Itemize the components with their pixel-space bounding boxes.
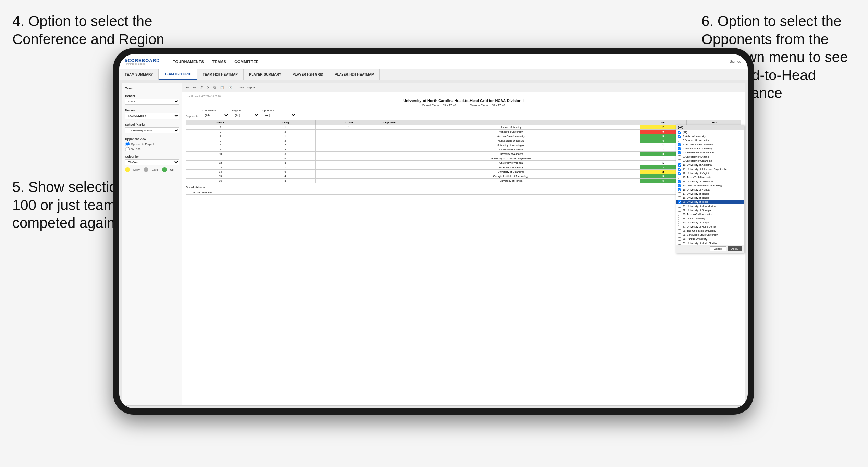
redo-button[interactable]: ↪ (192, 85, 197, 90)
gender-dropdown[interactable]: Men's (125, 99, 179, 105)
dropdown-item[interactable]: 12. University of Virginia (676, 171, 744, 175)
td-rank: 12 (186, 161, 255, 165)
report-content: Last Updated: 4/7/2024 16:55:28 Universi… (182, 92, 745, 405)
colour-dropdown[interactable]: Win/loss (125, 159, 179, 165)
dropdown-item[interactable]: 16. University of Florida (676, 187, 744, 192)
td-conf (316, 152, 382, 156)
report-area: ↩ ↪ ↺ ⟳ ⧉ 📋 🕐 View: Original Last Update… (182, 83, 745, 405)
cancel-button[interactable]: Cancel (710, 246, 726, 251)
radio-opponents-played-label: Opponents Played (131, 143, 154, 146)
subnav-player-h2h-grid[interactable]: PLAYER H2H GRID (287, 69, 329, 80)
dropdown-item[interactable]: (All) (676, 130, 744, 134)
td-conf (316, 130, 382, 134)
th-opponent: Opponent (382, 120, 640, 125)
legend-down-dot (125, 167, 130, 172)
table-row: 15 4 Georgia Institute of Technology 5 0 (186, 174, 741, 179)
colour-label: Colour by (125, 155, 179, 158)
dropdown-item[interactable]: 2. Auburn University (676, 134, 744, 138)
dropdown-item[interactable]: 27. University of Notre Dame (676, 224, 744, 229)
td-opponent: Georgia Institute of Technology (382, 174, 640, 179)
dropdown-item[interactable]: 23. Texas A&M University (676, 212, 744, 216)
subnav-player-h2h-heatmap[interactable]: PLAYER H2H HEATMAP (329, 69, 380, 80)
dropdown-item[interactable]: 21. University of New Mexico (676, 204, 744, 208)
dropdown-item[interactable]: 28. The Ohio State University (676, 229, 744, 233)
paste-button[interactable]: 📋 (219, 85, 225, 90)
overall-record-label: Overall Record: (422, 103, 442, 107)
nav-committee[interactable]: COMMITTEE (234, 59, 259, 64)
table-row: 8 2 University of Washington 1 0 (186, 143, 741, 147)
division-section: Division NCAA Division I (125, 109, 179, 119)
region-filter-dropdown[interactable]: (All) (232, 113, 259, 118)
reset-button[interactable]: ↺ (199, 85, 204, 90)
opponent-filter-dropdown[interactable]: (All) (262, 113, 296, 118)
td-reg: 2 (255, 138, 316, 143)
opponent-view-label: Opponent View (125, 137, 179, 141)
dropdown-item[interactable]: 13. Texas Tech University (676, 175, 744, 179)
school-dropdown[interactable]: 1. University of Nort... (125, 127, 179, 133)
dropdown-item[interactable]: 11. University of Arkansas, Fayetteville (676, 167, 744, 171)
copy-button[interactable]: ⧉ (212, 85, 217, 90)
nav-tournaments[interactable]: TOURNAMENTS (173, 59, 204, 64)
th-conf: # Conf (316, 120, 382, 125)
td-opponent: Vanderbilt University (382, 130, 640, 134)
subnav-player-summary[interactable]: PLAYER SUMMARY (244, 69, 287, 80)
td-conf (316, 134, 382, 138)
dropdown-item[interactable]: 25. University of Oregon (676, 220, 744, 224)
dropdown-item[interactable]: 20. University of Texas (676, 200, 744, 204)
td-reg: 4 (255, 174, 316, 179)
subnav-team-h2h-grid[interactable]: TEAM H2H GRID (159, 69, 197, 80)
clock-button[interactable]: 🕐 (227, 85, 233, 90)
dropdown-item[interactable]: 18. University of Illinois (676, 196, 744, 200)
dropdown-item[interactable]: 24. Duke University (676, 216, 744, 220)
td-conf (316, 179, 382, 183)
table-row: 11 6 University of Arkansas, Fayettevill… (186, 156, 741, 161)
td-reg: 1 (255, 125, 316, 130)
opponent-view-section: Opponent View Opponents Played Top 100 (125, 137, 179, 151)
undo-button[interactable]: ↩ (185, 85, 190, 90)
nav-items: TOURNAMENTS TEAMS COMMITTEE (173, 59, 258, 64)
dropdown-item[interactable]: 4. Arizona State University (676, 142, 744, 146)
refresh-button[interactable]: ⟳ (206, 85, 210, 90)
subnav-team-summary[interactable]: TEAM SUMMARY (119, 69, 159, 80)
td-opponent: University of Virginia (382, 161, 640, 165)
colour-section: Colour by Win/loss Down Level Up (125, 155, 179, 172)
radio-opponents-played[interactable]: Opponents Played (125, 142, 179, 146)
legend-level-dot (144, 167, 148, 172)
dropdown-item[interactable]: 8. University of Arizona (676, 155, 744, 159)
td-conf: 1 (316, 125, 382, 130)
dropdown-item[interactable]: 22. University of Georgia (676, 208, 744, 212)
action-buttons: Cancel Apply (676, 245, 744, 253)
td-reg: 1 (255, 165, 316, 170)
dropdown-item[interactable]: 14. University of Oklahoma (676, 179, 744, 183)
dropdown-item[interactable]: 15. Georgia Institute of Technology (676, 183, 744, 187)
dropdown-item[interactable]: 31. University of North Florida (676, 241, 744, 245)
dropdown-item[interactable]: 29. San Diego State University (676, 233, 744, 237)
td-conf (316, 165, 382, 170)
td-rank: 8 (186, 143, 255, 147)
dropdown-item[interactable]: 10. University of Alabama (676, 163, 744, 167)
td-conf (316, 143, 382, 147)
dropdown-item[interactable]: 30. Purdue University (676, 237, 744, 241)
td-rank: 2 (186, 125, 255, 130)
division-dropdown[interactable]: NCAA Division I (125, 113, 179, 119)
conference-filter-label: Conference (202, 109, 229, 112)
conference-filter-dropdown[interactable]: (All) (202, 113, 229, 118)
nav-teams[interactable]: TEAMS (212, 59, 226, 64)
tablet-screen: 5COREBOARD Powered by Speed TOURNAMENTS … (119, 54, 748, 408)
th-win: Win (640, 120, 686, 125)
opponent-filter-label: Opponent (262, 109, 296, 112)
subnav-team-h2h-heatmap[interactable]: TEAM H2H HEATMAP (197, 69, 244, 80)
dropdown-item[interactable]: 3. Vanderbilt University (676, 138, 744, 142)
dropdown-item[interactable]: 5. Florida State University (676, 146, 744, 150)
sign-out-link[interactable]: Sign out (730, 60, 742, 63)
dropdown-item[interactable]: 6. University of Washington (676, 150, 744, 155)
updated-info: Last Updated: 4/7/2024 16:55:28 (186, 95, 741, 97)
apply-button[interactable]: Apply (728, 246, 742, 251)
dropdown-item[interactable]: 9. University of Oklahoma (676, 159, 744, 163)
dropdown-item[interactable]: 17. University of Illinois (676, 192, 744, 196)
report-records: Overall Record: 89 - 17 - 0 Division Rec… (186, 103, 741, 107)
school-label: School (Rank) (125, 123, 179, 126)
radio-top100[interactable]: Top 100 (125, 147, 179, 151)
dropdown-header: (All) (676, 125, 744, 130)
gender-label: Gender (125, 94, 179, 98)
